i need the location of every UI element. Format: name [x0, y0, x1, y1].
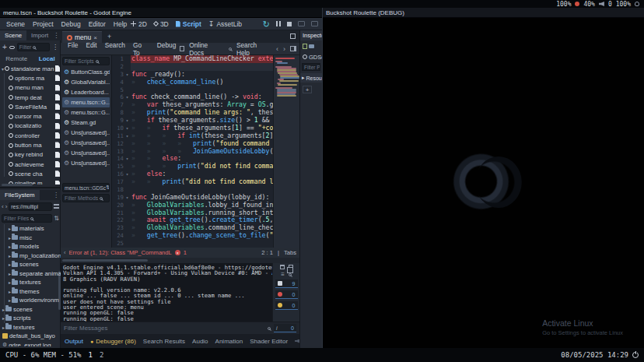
tab-inspector[interactable]: Inspecto — [300, 30, 322, 40]
menu-help[interactable]: Help — [110, 20, 131, 28]
workspace-3d[interactable]: 3D — [154, 20, 169, 28]
scene-tree-row[interactable]: menu man — [0, 83, 61, 93]
code-line[interactable]: 8» print("command line args: ", these_ar — [112, 109, 299, 117]
code-line[interactable]: 1class_name MP_CommandLineChecker extend… — [112, 55, 299, 63]
attached-script-icon[interactable] — [55, 170, 60, 177]
inspector-filter-input[interactable]: Filter Pro — [302, 63, 320, 71]
attached-script-icon[interactable] — [55, 94, 60, 100]
script-list-item[interactable]: ⚙GlobalVariabl... — [62, 77, 110, 87]
filesystem-row[interactable]: ⚙gdre_export.log — [0, 341, 61, 347]
code-line[interactable]: 3▾func _ready(): — [112, 71, 299, 79]
expand-arrow-icon[interactable]: ▸ — [9, 279, 11, 285]
add-metadata-button[interactable]: + — [303, 86, 312, 93]
code-line[interactable]: 20» GlobalVariables.lobby_id_found_in_co… — [112, 202, 299, 209]
fold-icon[interactable]: ▾ — [124, 117, 131, 125]
filesystem-row[interactable]: ▸scripts — [0, 314, 61, 323]
hscroll-thumb[interactable] — [62, 259, 148, 262]
script-menu-file[interactable]: File — [64, 41, 82, 57]
toggle-panel-icon[interactable] — [290, 46, 296, 51]
output-log[interactable]: Godot Engine v4.1.1.stable.official.bd6a… — [61, 263, 272, 322]
filesystem-row[interactable]: ▸models — [0, 242, 61, 251]
messages-count-badge[interactable]: 9 — [275, 279, 298, 288]
filesystem-row[interactable]: ▸worldenvironm — [0, 296, 61, 305]
filter-methods-input[interactable]: Filter Methods — [62, 194, 110, 202]
filesystem-row[interactable]: ▸materials — [0, 224, 61, 234]
code-minimap[interactable] — [273, 55, 299, 248]
expand-arrow-icon[interactable]: ▸ — [9, 226, 11, 231]
workspace-2d[interactable]: 2D — [131, 20, 147, 28]
online-docs-button[interactable]: Online Docs — [189, 41, 224, 57]
output-collapse-icon[interactable]: ≡ — [281, 272, 285, 277]
info-count-badge[interactable]: i 0 — [274, 324, 296, 332]
scene-menu-dots[interactable]: ⋮ — [52, 44, 58, 51]
script-list-item[interactable]: ⚙Leaderboard... — [62, 87, 110, 97]
filter-scripts-input[interactable]: Filter Scripts — [62, 57, 110, 65]
filesystem-row[interactable]: ▸textures — [0, 323, 61, 332]
menu-editor[interactable]: Editor — [85, 20, 110, 28]
fold-icon[interactable]: ▾ — [124, 170, 131, 178]
code-line[interactable]: 15» » » print("did not find command l — [112, 163, 299, 170]
code-line[interactable]: 14▾» » else: — [112, 155, 299, 163]
remote-debug-icon[interactable] — [298, 21, 305, 26]
fold-icon[interactable]: ▾ — [124, 93, 131, 101]
script-path-combo[interactable]: menu.tscn::GDSc ⇅ — [62, 183, 110, 192]
search-help-button[interactable]: Search Help — [236, 41, 271, 57]
expand-arrow-icon[interactable]: ▸ — [9, 253, 11, 258]
filesystem-row[interactable]: ▸textures — [0, 278, 61, 287]
filesystem-row[interactable]: ▸scenes — [0, 305, 61, 315]
workspace-2[interactable]: 2 — [100, 351, 103, 359]
filesystem-row[interactable]: ▸misc — [0, 234, 61, 243]
script-menu-edit[interactable]: Edit — [82, 41, 100, 57]
workspace-assetlib[interactable]: ↧AssetLib — [208, 20, 242, 28]
attached-script-icon[interactable] — [55, 161, 60, 167]
code-line[interactable]: 16▾» else: — [112, 170, 299, 178]
menu-project[interactable]: Project — [29, 20, 57, 28]
script-list-item[interactable]: ⚙Uns[unsaved]... — [62, 138, 110, 148]
fold-icon[interactable]: ▾ — [124, 71, 131, 79]
power-icon[interactable] — [632, 352, 639, 358]
scene-tree-row[interactable]: cursor ma — [0, 111, 61, 121]
menu-debug[interactable]: Debug — [58, 20, 85, 28]
history-back-icon[interactable]: ‹ — [2, 203, 4, 210]
code-line[interactable]: 7» var these_arguments: Array = OS.get_c — [112, 101, 299, 109]
instance-scene-icon[interactable] — [9, 46, 15, 49]
attached-script-icon[interactable] — [55, 65, 60, 72]
new-tab-button[interactable]: + — [107, 33, 111, 40]
current-path[interactable]: res://multipl — [9, 202, 52, 211]
bottom-tab-search-results[interactable]: Search Results — [143, 338, 185, 345]
attached-script-icon[interactable] — [55, 85, 60, 91]
movie-maker-icon[interactable] — [311, 21, 318, 26]
expand-arrow-icon[interactable]: ▸ — [9, 244, 11, 249]
tab-import[interactable]: Import — [26, 30, 53, 40]
bottom-tab-output[interactable]: Output — [65, 338, 83, 345]
code-line[interactable]: 24» get_tree().change_scene_to_file("res… — [112, 232, 299, 240]
code-line[interactable]: 5 — [112, 86, 299, 94]
scene-tree-row[interactable]: achieveme — [0, 160, 61, 169]
restart-button[interactable]: ↻ — [263, 20, 270, 28]
pause-button[interactable] — [276, 21, 281, 26]
expand-arrow-icon[interactable]: ▸ — [9, 262, 11, 267]
filesystem-row[interactable]: default_bus_layo — [0, 332, 61, 341]
script-menu-search[interactable]: Search — [101, 41, 129, 57]
code-line[interactable]: 23» GlobalVariables.command_line_checked — [112, 224, 299, 232]
scene-tree-row[interactable]: button ma — [0, 140, 61, 149]
code-line[interactable]: 2 — [112, 63, 299, 71]
collapse-arrow-icon[interactable]: ▾ — [2, 66, 4, 72]
error-message[interactable]: Error at (1, 12): Class "MP_CommandL — [69, 249, 172, 256]
bottom-tab-animation[interactable]: Animation — [215, 338, 243, 345]
bottom-tab-shader-editor[interactable]: Shader Editor — [250, 338, 288, 345]
expand-arrow-icon[interactable]: ▸ — [2, 325, 5, 330]
expand-arrow-icon[interactable]: ▸ — [9, 235, 11, 241]
code-line[interactable]: 13» » » » JoinGameOutsideLobby(int( — [112, 148, 299, 156]
tab-remote[interactable]: Remote — [5, 55, 27, 62]
scene-tree-row[interactable]: scene cha — [0, 169, 61, 178]
script-list-item[interactable]: ⚙Uns[unsaved]... — [62, 158, 110, 168]
code-line[interactable]: 6▾func check_command_line() -> void: — [112, 93, 299, 101]
tab-local[interactable]: Local — [39, 55, 55, 62]
fold-icon[interactable]: ▾ — [124, 155, 131, 163]
output-search-icon[interactable] — [289, 273, 292, 276]
code-line[interactable]: 11▾» » » if int(these_arguments[2]) > — [112, 132, 299, 140]
fold-icon[interactable]: ▾ — [124, 125, 131, 132]
scene-tree-row[interactable]: controller — [0, 131, 61, 140]
resource-section-header[interactable]: ▸ Resour — [300, 73, 322, 83]
